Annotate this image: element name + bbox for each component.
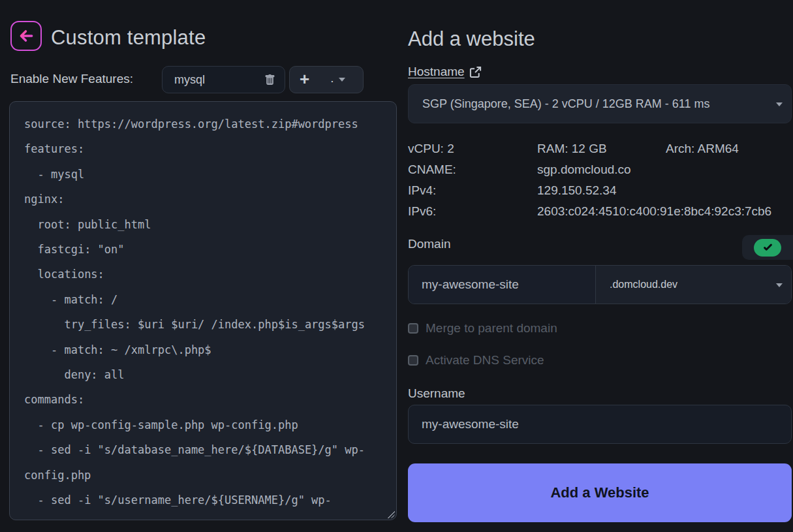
record-label: CNAME: — [408, 163, 537, 177]
hostname-row: Hostname — [408, 65, 482, 79]
domain-verified-toggle[interactable] — [742, 235, 793, 260]
record-label: IPv4: — [408, 183, 537, 198]
record-row-cname: CNAME: sgp.domcloud.co — [408, 159, 793, 180]
verified-pill — [754, 239, 781, 257]
add-website-button[interactable]: Add a Website — [408, 463, 792, 522]
checkbox-label: Merge to parent domain — [426, 321, 557, 336]
activate-dns-checkbox — [408, 355, 418, 366]
add-website-page: Custom template Enable New Features: mys… — [0, 0, 793, 532]
server-select[interactable]: SGP (Singapore, SEA) - 2 vCPU / 12GB RAM… — [408, 84, 792, 123]
username-input[interactable] — [408, 405, 792, 444]
record-value: 129.150.52.34 — [537, 183, 793, 198]
feature-chip-mysql[interactable]: mysql — [162, 66, 285, 93]
arrow-left-icon — [18, 27, 35, 44]
domain-suffix-value: .domcloud.dev — [610, 279, 677, 290]
template-code-editor[interactable]: source: https://wordpress.org/latest.zip… — [9, 101, 397, 520]
page-title: Custom template — [51, 26, 206, 50]
check-icon — [762, 242, 773, 253]
domain-input-group: .domcloud.dev — [408, 265, 792, 304]
back-button[interactable] — [10, 21, 42, 51]
domain-suffix-select[interactable]: .domcloud.dev — [595, 266, 791, 304]
checkbox-label: Activate DNS Service — [426, 353, 544, 368]
external-link-icon[interactable] — [469, 66, 482, 78]
username-label: Username — [408, 386, 465, 401]
add-website-title: Add a website — [408, 27, 535, 51]
spec-ram: RAM: 12 GB — [537, 142, 666, 156]
server-info: vCPU: 2 RAM: 12 GB Arch: ARM64 CNAME: sg… — [408, 138, 793, 222]
enable-features-label: Enable New Features: — [10, 72, 133, 86]
chevron-down-icon — [776, 102, 783, 106]
add-website-panel: Add a website Hostname SGP (Singapore, S… — [408, 0, 793, 532]
trash-icon[interactable] — [264, 74, 275, 86]
record-row-ipv4: IPv4: 129.150.52.34 — [408, 180, 793, 201]
record-value: 2603:c024:4510:c400:91e:8bc4:92c3:7cb6 — [537, 204, 793, 219]
domain-input[interactable] — [409, 266, 595, 304]
activate-dns-option: Activate DNS Service — [408, 353, 544, 368]
record-row-ipv6: IPv6: 2603:c024:4510:c400:91e:8bc4:92c3:… — [408, 201, 793, 222]
record-label: IPv6: — [408, 204, 537, 219]
chevron-down-icon — [776, 283, 783, 287]
server-specs-row: vCPU: 2 RAM: 12 GB Arch: ARM64 — [408, 138, 793, 159]
spec-arch: Arch: ARM64 — [666, 142, 793, 156]
custom-template-panel: Custom template Enable New Features: mys… — [0, 0, 402, 532]
add-feature-split-button[interactable]: + . — [289, 66, 364, 93]
chevron-down-icon[interactable] — [339, 78, 345, 82]
feature-menu-label: . — [330, 72, 334, 88]
plus-icon[interactable]: + — [300, 70, 309, 89]
hostname-link[interactable]: Hostname — [408, 65, 465, 79]
merge-parent-domain-option: Merge to parent domain — [408, 321, 557, 336]
merge-parent-domain-checkbox — [408, 323, 418, 334]
spec-vcpu: vCPU: 2 — [408, 142, 537, 156]
feature-chip-value: mysql — [174, 73, 264, 87]
server-select-value: SGP (Singapore, SEA) - 2 vCPU / 12GB RAM… — [422, 97, 710, 111]
domain-label: Domain — [408, 237, 450, 251]
record-value: sgp.domcloud.co — [537, 163, 793, 177]
